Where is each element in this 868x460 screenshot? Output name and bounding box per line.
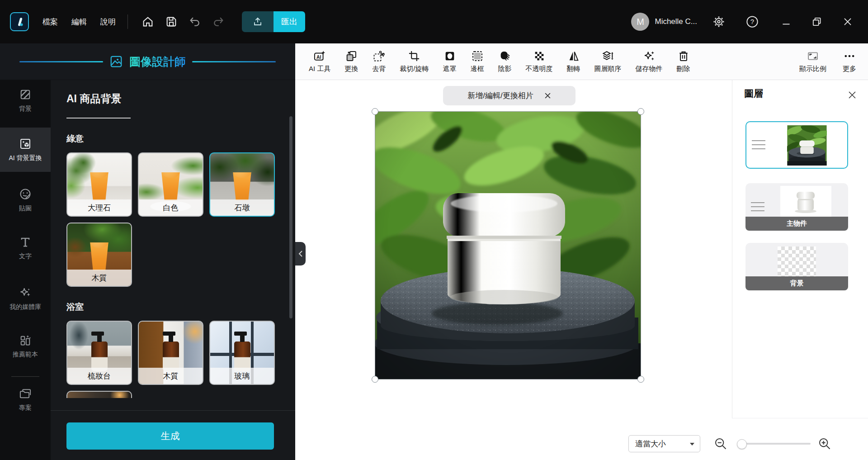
photo-banner-close[interactable]	[544, 92, 551, 99]
home-icon	[142, 15, 154, 28]
thumbnail-marble[interactable]: 大理石	[66, 152, 132, 217]
more-icon	[843, 50, 856, 62]
sidebar-item-label: 推薦範本	[13, 351, 38, 359]
thumbnail-white[interactable]: 白色	[138, 152, 203, 217]
save-button[interactable]	[161, 12, 181, 32]
generate-button[interactable]: 生成	[66, 422, 274, 450]
tool-ai-tools[interactable]: AI AI 工具	[309, 50, 330, 73]
resize-handle-bottom-right[interactable]	[637, 376, 644, 383]
topbar-separator	[127, 14, 128, 29]
sidebar-item-media-library[interactable]: 我的媒體庫	[0, 278, 51, 319]
module-title: 圖像設計師	[129, 54, 186, 69]
panel-scrollbar[interactable]	[289, 116, 292, 318]
zoom-in-button[interactable]	[816, 435, 833, 452]
svg-text:?: ?	[750, 18, 754, 25]
thumbnail-stone-selected[interactable]: 石墩	[209, 152, 275, 217]
gear-icon	[712, 15, 725, 28]
layers-close-button[interactable]	[845, 88, 859, 102]
tool-remove-background[interactable]: 去背	[372, 50, 386, 73]
redo-button[interactable]	[208, 12, 228, 32]
zoom-slider-thumb[interactable]	[737, 439, 747, 449]
layer-label: 背景	[745, 276, 848, 290]
tool-label: AI 工具	[309, 65, 330, 73]
bottle-graphic	[91, 341, 108, 371]
layers-panel: 圖層	[732, 80, 868, 418]
sidebar-item-text[interactable]: 文字	[0, 228, 51, 268]
menu-file[interactable]: 檔案	[42, 17, 58, 27]
thumbnail-wood-bathroom[interactable]: 木質	[138, 321, 203, 385]
save-icon	[165, 15, 178, 28]
account-name[interactable]: Michelle C...	[655, 17, 697, 26]
restore-button[interactable]	[807, 11, 827, 32]
close-icon	[842, 16, 854, 28]
export-label: 匯出	[274, 11, 305, 32]
canvas-area[interactable]: 新增/編輯/更換相片	[295, 80, 732, 460]
panel-collapse-handle[interactable]	[295, 242, 306, 266]
help-button[interactable]: ?	[742, 12, 762, 32]
sidebar-item-background[interactable]: 背景	[0, 80, 51, 121]
bottle-graphic	[163, 341, 179, 371]
layer-thumbnail-main-object	[780, 186, 831, 217]
tool-shadow[interactable]: 陰影	[498, 50, 512, 73]
minimize-button[interactable]	[776, 11, 797, 32]
drag-handle-icon[interactable]	[751, 202, 764, 212]
menu-help[interactable]: 說明	[100, 17, 116, 27]
thumbnail-label: 玻璃	[210, 368, 274, 384]
sidebar-item-label: 背景	[19, 105, 32, 113]
tool-flip[interactable]: 翻轉	[567, 50, 580, 73]
sidebar-item-templates[interactable]: 推薦範本	[0, 326, 51, 366]
resize-handle-bottom-left[interactable]	[372, 376, 378, 383]
flip-icon	[567, 50, 580, 62]
zoom-slider[interactable]	[738, 443, 811, 445]
trash-icon	[677, 50, 690, 62]
sticker-icon	[19, 188, 32, 200]
border-icon	[471, 50, 484, 62]
home-button[interactable]	[138, 12, 158, 32]
header-decor-line-left	[19, 61, 103, 62]
layer-item-composite-selected[interactable]	[745, 121, 848, 169]
tool-layer-order[interactable]: 圖層順序	[594, 50, 622, 73]
thumbnail-vanity[interactable]: 梳妝台	[66, 321, 132, 385]
sidebar-item-projects[interactable]: 專案	[0, 381, 51, 417]
app-logo[interactable]	[10, 12, 29, 31]
undo-button[interactable]	[185, 12, 205, 32]
zoom-preset-dropdown[interactable]: 適當大小	[628, 435, 700, 452]
close-window-button[interactable]	[837, 11, 858, 32]
tool-mask[interactable]: 遮罩	[443, 50, 457, 73]
resize-handle-top-left[interactable]	[372, 108, 378, 115]
module-header: 圖像設計師	[0, 43, 295, 80]
thumbnail-partial[interactable]	[66, 391, 132, 398]
tool-border[interactable]: 邊框	[471, 50, 484, 73]
menu-edit[interactable]: 編輯	[71, 17, 87, 27]
tool-crop-rotate[interactable]: 裁切/旋轉	[400, 50, 429, 73]
thumbnail-glass[interactable]: 玻璃	[209, 321, 275, 385]
tool-label: 邊框	[471, 65, 484, 73]
resize-handle-top-right[interactable]	[637, 108, 644, 115]
thumbnail-wood[interactable]: 木質	[66, 223, 132, 287]
settings-button[interactable]	[709, 12, 729, 32]
avatar[interactable]: M	[631, 13, 649, 31]
sidebar-item-stickers[interactable]: 貼圖	[0, 180, 51, 220]
close-icon	[847, 90, 857, 100]
tool-delete[interactable]: 刪除	[677, 50, 690, 73]
export-button[interactable]: 匯出	[242, 11, 305, 32]
layers-title: 圖層	[744, 87, 763, 100]
thumbnail-label: 白色	[139, 199, 203, 216]
tool-save-object[interactable]: 儲存物件	[636, 50, 663, 73]
ai-background-replace-icon	[19, 138, 32, 150]
tool-replace[interactable]: 更換	[344, 50, 358, 73]
zoom-out-button[interactable]	[712, 435, 729, 452]
tool-display-ratio[interactable]: 顯示比例	[799, 50, 826, 73]
greenery-thumbnails: 大理石 白色 石墩 木質	[66, 152, 279, 287]
layer-item-background[interactable]: 背景	[745, 243, 848, 290]
statusbar: 適當大小	[295, 418, 868, 460]
templates-icon	[19, 334, 32, 346]
drag-handle-icon[interactable]	[752, 140, 765, 150]
layer-item-main-object[interactable]: 主物件	[745, 183, 848, 231]
product-image-object[interactable]	[375, 112, 641, 379]
sidebar-item-ai-background-replace[interactable]: AI 背景置換	[0, 128, 51, 172]
tool-opacity[interactable]: 不透明度	[526, 50, 553, 73]
crop-icon	[408, 50, 420, 62]
tool-more[interactable]: 更多	[843, 50, 856, 73]
tool-label: 刪除	[677, 65, 690, 73]
